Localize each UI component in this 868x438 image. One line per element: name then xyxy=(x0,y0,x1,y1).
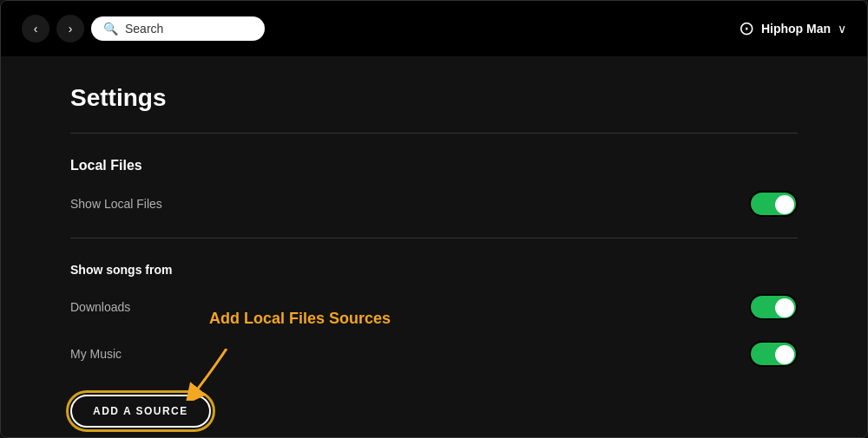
user-name: Hiphop Man xyxy=(761,22,831,36)
show-local-files-label: Show Local Files xyxy=(70,197,162,211)
local-files-section-title: Local Files xyxy=(70,158,798,173)
forward-icon: › xyxy=(69,22,73,36)
toggle-thumb-downloads xyxy=(775,298,794,317)
show-local-files-toggle[interactable] xyxy=(749,191,798,217)
annotation-container: Add Local Files Sources ADD A SOURCE xyxy=(70,388,798,428)
search-label: Search xyxy=(125,22,163,36)
nav-buttons: ‹ › 🔍 Search xyxy=(22,15,265,42)
search-bar[interactable]: 🔍 Search xyxy=(91,16,265,41)
my-music-label: My Music xyxy=(70,347,122,361)
show-local-files-row: Show Local Files xyxy=(70,191,798,217)
downloads-toggle[interactable] xyxy=(749,294,798,320)
divider-mid xyxy=(70,238,798,239)
top-bar: ‹ › 🔍 Search ⊙ Hiphop Man ∨ xyxy=(1,1,867,56)
forward-button[interactable]: › xyxy=(56,15,84,42)
add-source-button[interactable]: ADD A SOURCE xyxy=(70,395,211,428)
user-avatar-icon: ⊙ xyxy=(739,17,754,40)
show-songs-from-title: Show songs from xyxy=(70,263,798,277)
my-music-toggle[interactable] xyxy=(749,341,798,367)
toggle-thumb-my-music xyxy=(775,345,794,364)
back-icon: ‹ xyxy=(34,22,38,36)
local-files-section: Local Files Show Local Files xyxy=(70,158,798,217)
downloads-row: Downloads xyxy=(70,294,798,320)
back-button[interactable]: ‹ xyxy=(22,15,49,42)
my-music-row: My Music xyxy=(70,341,798,367)
show-songs-from-section: Show songs from Downloads My Music xyxy=(70,263,798,428)
downloads-label: Downloads xyxy=(70,300,130,314)
chevron-down-icon: ∨ xyxy=(838,22,846,36)
user-area[interactable]: ⊙ Hiphop Man ∨ xyxy=(739,17,846,40)
search-icon: 🔍 xyxy=(103,22,118,36)
main-content: Settings Local Files Show Local Files Sh… xyxy=(1,56,867,437)
toggle-track-downloads xyxy=(749,294,798,320)
toggle-track xyxy=(749,191,798,217)
toggle-thumb xyxy=(775,195,794,214)
page-title: Settings xyxy=(70,84,798,112)
toggle-track-my-music xyxy=(749,341,798,367)
app-container: ‹ › 🔍 Search ⊙ Hiphop Man ∨ Settings Loc… xyxy=(0,0,868,438)
divider-top xyxy=(70,133,798,134)
